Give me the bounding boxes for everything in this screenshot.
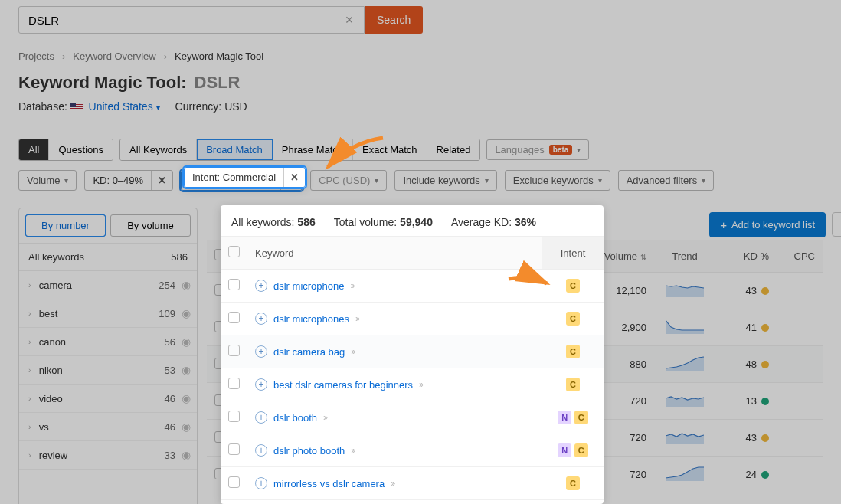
sidebar-item-count: 56 (165, 336, 175, 348)
filter-volume[interactable]: Volume▾ (18, 170, 77, 191)
checkbox[interactable] (228, 378, 240, 389)
keyword-link[interactable]: dslr microphones (273, 313, 349, 325)
keyword-link[interactable]: mirrorless vs dslr camera (273, 478, 385, 489)
eye-icon[interactable]: ◉ (182, 449, 191, 461)
breadcrumb-item: Keyword Magic Tool (175, 51, 263, 62)
filter-exclude[interactable]: Exclude keywords▾ (505, 170, 610, 191)
sort-desc-icon: ⇅ (640, 253, 646, 261)
eye-icon[interactable]: ◉ (182, 392, 191, 404)
breadcrumb: Projects › Keyword Overview › Keyword Ma… (18, 51, 823, 62)
checkbox-all[interactable] (228, 246, 240, 257)
chevron-right-icon: › (28, 394, 31, 403)
filter-advanced[interactable]: Advanced filters▾ (618, 170, 715, 191)
sidebar-tab-volume[interactable]: By volume (110, 214, 191, 237)
eye-icon[interactable]: ◉ (182, 364, 191, 376)
plus-circle-icon[interactable]: + (255, 411, 267, 424)
sidebar-item[interactable]: ›nikon53◉ (19, 356, 197, 385)
sidebar-tab-number[interactable]: By number (25, 214, 106, 237)
eye-icon[interactable]: ◉ (182, 335, 191, 348)
col-keyword[interactable]: Keyword (247, 237, 542, 270)
cell-kd: 13 (715, 383, 777, 420)
col-kd[interactable]: KD % (715, 240, 777, 273)
checkbox[interactable] (228, 312, 240, 323)
seg-phrase[interactable]: Phrase Match (273, 139, 353, 160)
seg-broad[interactable]: Broad Match (197, 139, 273, 160)
plus-circle-icon[interactable]: + (255, 313, 267, 325)
search-input[interactable] (18, 6, 365, 34)
seg-exact[interactable]: Exact Match (353, 139, 427, 160)
keyword-link[interactable]: dslr camera bag (273, 346, 345, 358)
chevron-double-right-icon: ›› (355, 313, 358, 324)
stats-bar: All keywords: 586 Total volume: 59,940 A… (221, 205, 604, 237)
languages-dropdown[interactable]: Languages beta ▾ (486, 139, 589, 160)
seg-all[interactable]: All (19, 139, 49, 160)
plus-circle-icon[interactable]: + (255, 477, 267, 489)
eye-icon[interactable]: ◉ (182, 307, 191, 319)
table-row: +dslr photo booth››N C (221, 434, 604, 467)
plus-circle-icon[interactable]: + (255, 280, 267, 292)
filter-cpc[interactable]: CPC (USD)▾ (310, 170, 387, 191)
filter-include[interactable]: Include keywords▾ (394, 170, 496, 191)
filter-chip-kd[interactable]: KD: 0–49%✕ (84, 170, 173, 191)
sidebar-all-count: 586 (171, 251, 188, 263)
beta-badge: beta (549, 145, 573, 155)
chevron-right-icon: › (28, 280, 31, 290)
seg-allkw[interactable]: All Keywords (120, 139, 197, 160)
sidebar-item[interactable]: ›best109◉ (19, 299, 197, 328)
checkbox[interactable] (228, 345, 240, 356)
seg-related[interactable]: Related (427, 139, 480, 160)
database-label: Database: (18, 100, 67, 113)
chevron-down-icon: ▾ (485, 176, 489, 185)
intent-badge-n: N (558, 443, 571, 457)
close-icon[interactable]: ✕ (151, 171, 172, 190)
checkbox[interactable] (228, 279, 240, 290)
add-to-keyword-list-button[interactable]: +Add to keyword list (709, 212, 826, 237)
database-country[interactable]: United States ▾ (89, 100, 160, 113)
close-icon[interactable]: ✕ (283, 168, 305, 187)
eye-icon[interactable]: ◉ (182, 421, 191, 433)
col-trend[interactable]: Trend (654, 240, 715, 273)
chevron-double-right-icon: ›› (391, 478, 394, 489)
segment-questions: All Questions (18, 139, 113, 161)
checkbox[interactable] (228, 443, 240, 455)
chevron-double-right-icon: ›› (419, 379, 422, 390)
search-button[interactable]: Search (365, 6, 423, 34)
plus-circle-icon[interactable]: + (255, 345, 267, 358)
plus-circle-icon[interactable]: + (255, 444, 267, 457)
table-row: +dslr booth››N C (221, 401, 604, 434)
plus-circle-icon[interactable]: + (255, 378, 267, 391)
sidebar-item[interactable]: ›vs46◉ (19, 413, 197, 441)
keyword-link[interactable]: dslr microphone (273, 280, 345, 292)
sidebar-item-count: 254 (159, 280, 175, 291)
chevron-down-icon: ▾ (702, 176, 705, 185)
sidebar-item[interactable]: ›canon56◉ (19, 328, 197, 356)
keyword-link[interactable]: dslr booth (273, 412, 317, 424)
seg-questions[interactable]: Questions (49, 139, 113, 160)
chevron-right-icon: › (28, 450, 31, 460)
sidebar-item-count: 46 (165, 421, 175, 433)
breadcrumb-item[interactable]: Projects (18, 51, 54, 62)
sidebar-item[interactable]: ›video46◉ (19, 385, 197, 413)
sidebar-item[interactable]: ›camera254◉ (19, 271, 197, 299)
intent-badge-c: C (566, 476, 580, 490)
checkbox[interactable] (228, 476, 240, 488)
eye-icon[interactable]: ◉ (182, 279, 191, 291)
sidebar-item[interactable]: ›review33◉ (19, 441, 197, 470)
keyword-link[interactable]: dslr photo booth (273, 445, 345, 457)
sidebar-item-label: review (39, 450, 165, 461)
sidebar-item-count: 46 (165, 393, 175, 404)
clear-icon[interactable]: × (342, 12, 357, 28)
chevron-double-right-icon: ›› (351, 346, 354, 357)
sidebar-all-label[interactable]: All keywords (28, 251, 84, 263)
breadcrumb-item[interactable]: Keyword Overview (73, 51, 155, 62)
checkbox[interactable] (228, 411, 240, 422)
chevron-right-icon: › (164, 51, 167, 62)
chevron-down-icon: ▾ (598, 176, 602, 185)
keyword-link[interactable]: best dslr cameras for beginners (273, 379, 413, 391)
chevron-double-right-icon: ›› (323, 412, 326, 423)
col-cpc[interactable]: CPC (777, 240, 823, 273)
segment-match: All Keywords Broad Match Phrase Match Ex… (119, 139, 480, 161)
refresh-button[interactable] (832, 212, 841, 237)
filter-chip-intent-highlighted[interactable]: Intent: Commercial✕ (184, 167, 306, 188)
col-intent[interactable]: Intent (542, 237, 604, 270)
